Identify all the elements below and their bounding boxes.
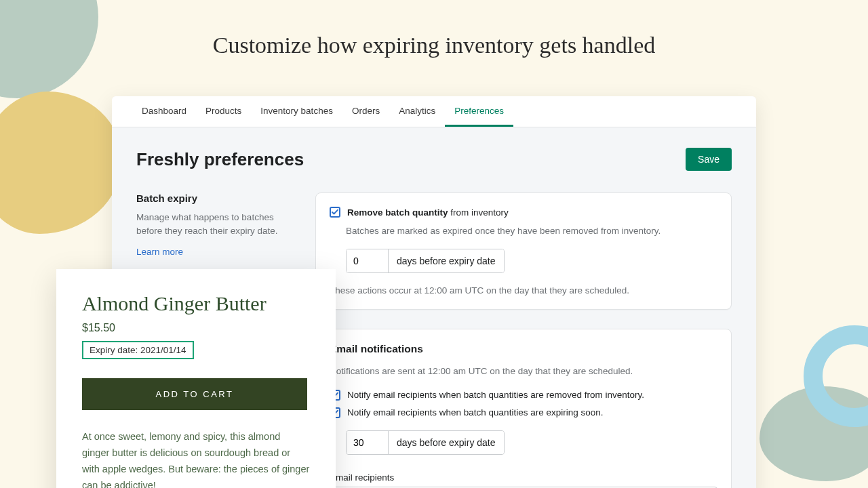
- hero-title: Customize how expiring inventory gets ha…: [0, 33, 868, 58]
- product-price: $15.50: [82, 322, 310, 334]
- tab-analytics[interactable]: Analytics: [389, 96, 445, 127]
- page-title: Freshly preferences: [136, 149, 304, 170]
- email-heading: Email notifications: [330, 343, 717, 355]
- email-recipients-label: Email recipients: [330, 472, 717, 483]
- tab-inventory-batches[interactable]: Inventory batches: [251, 96, 342, 127]
- decorative-blob: [0, 92, 122, 234]
- tab-bar: Dashboard Products Inventory batches Ord…: [112, 96, 756, 127]
- batch-expiry-card: Remove batch quantity from inventory Bat…: [315, 192, 732, 310]
- tab-preferences[interactable]: Preferences: [445, 96, 513, 127]
- email-days-suffix: days before expiry date: [389, 431, 504, 454]
- email-notifications-card: Email notifications Notifications are se…: [315, 329, 732, 488]
- email-days-input-group: days before expiry date: [346, 430, 505, 455]
- section-desc-batch-expiry: Manage what happens to batches before th…: [136, 211, 296, 239]
- remove-batch-sub: Batches are marked as expired once they …: [346, 224, 717, 238]
- tab-products[interactable]: Products: [196, 96, 251, 127]
- notify-expiring-label: Notify email recipients when batch quant…: [347, 407, 603, 418]
- remove-batch-label: Remove batch quantity from inventory: [347, 207, 509, 218]
- batch-days-suffix: days before expiry date: [389, 249, 504, 272]
- tab-dashboard[interactable]: Dashboard: [132, 96, 196, 127]
- product-title: Almond Ginger Butter: [82, 292, 310, 315]
- product-description: At once sweet, lemony and spicy, this al…: [82, 429, 310, 488]
- product-expiry-badge: Expiry date: 2021/01/14: [82, 341, 194, 359]
- batch-schedule-note: These actions occur at 12:00 am UTC on t…: [330, 285, 717, 296]
- batch-days-input-group: days before expiry date: [346, 249, 505, 273]
- check-icon: [332, 209, 338, 216]
- add-to-cart-button[interactable]: ADD TO CART: [82, 378, 307, 410]
- section-heading-batch-expiry: Batch expiry: [136, 192, 296, 204]
- learn-more-link[interactable]: Learn more: [136, 247, 183, 257]
- product-card: Almond Ginger Butter $15.50 Expiry date:…: [56, 269, 336, 488]
- batch-days-input[interactable]: [347, 249, 389, 272]
- remove-batch-checkbox[interactable]: [330, 207, 340, 218]
- tab-orders[interactable]: Orders: [342, 96, 389, 127]
- save-button[interactable]: Save: [686, 148, 732, 171]
- email-desc: Notifications are sent at 12:00 am UTC o…: [330, 365, 717, 378]
- email-days-input[interactable]: [347, 431, 389, 454]
- notify-removed-label: Notify email recipients when batch quant…: [347, 390, 644, 400]
